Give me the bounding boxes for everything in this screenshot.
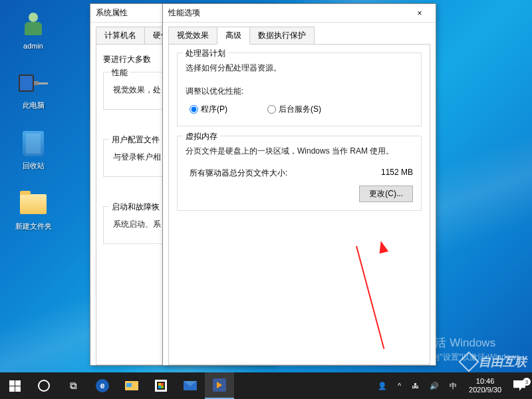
desktop-icon-label: admin	[23, 42, 43, 50]
window-title: 系统属性	[96, 7, 128, 19]
group-title: 虚拟内存	[183, 131, 220, 142]
tab-visual-effects[interactable]: 视觉效果	[168, 27, 217, 44]
tray-notifications[interactable]: 3	[511, 380, 528, 391]
cortana-button[interactable]	[29, 372, 59, 399]
change-button[interactable]: 更改(C)...	[359, 186, 413, 202]
clock-time: 10:46	[469, 377, 501, 386]
group-processor-scheduling: 处理器计划 选择如何分配处理器资源。 调整以优化性能: 程序(P) 后台服务(S…	[177, 53, 422, 126]
mail-icon	[184, 381, 197, 390]
user-icon	[19, 10, 48, 39]
desktop-icon-label: 新建文件夹	[15, 221, 52, 231]
radio-label: 程序(P)	[201, 104, 227, 115]
desktop-icon-label: 回收站	[23, 161, 45, 171]
media-player-icon	[213, 378, 226, 392]
desktop-icon-label: 此电脑	[23, 100, 45, 110]
tray-overflow[interactable]: ^	[395, 382, 404, 390]
taskbar-app-store[interactable]	[146, 372, 176, 399]
desktop-icon-recycle-bin[interactable]: 回收站	[7, 129, 60, 171]
desktop-icon-admin[interactable]: admin	[7, 10, 60, 50]
file-explorer-icon	[125, 381, 138, 390]
activate-line1: 激活 Windows	[424, 335, 520, 350]
window-title: 性能选项	[168, 7, 200, 19]
folder-icon	[19, 190, 48, 219]
group-title: 用户配置文件	[109, 134, 162, 146]
edge-icon: e	[96, 379, 109, 392]
cortana-icon	[38, 380, 50, 392]
window-performance-options[interactable]: 性能选项 × 视觉效果 高级 数据执行保护 处理器计划 选择如何分配处理器资源。…	[162, 3, 436, 366]
titlebar[interactable]: 性能选项 ×	[163, 4, 436, 23]
tab-computer-name[interactable]: 计算机名	[96, 27, 145, 44]
tab-dep[interactable]: 数据执行保护	[249, 27, 315, 44]
network-icon: 🖧	[412, 382, 419, 390]
vm-total-label: 所有驱动器总分页文件大小:	[190, 168, 287, 179]
tray-clock[interactable]: 10:46 2020/9/30	[465, 377, 505, 394]
tray-volume[interactable]: 🔊	[427, 382, 442, 390]
ime-indicator: 中	[450, 381, 457, 391]
speaker-icon: 🔊	[430, 382, 439, 390]
tab-advanced[interactable]: 高级	[217, 27, 250, 45]
tray-ime[interactable]: 中	[447, 381, 460, 391]
optimize-label: 调整以优化性能:	[186, 86, 413, 97]
watermark-icon	[458, 351, 479, 372]
chevron-up-icon: ^	[398, 382, 401, 390]
desktop-icon-this-pc[interactable]: 此电脑	[7, 68, 60, 110]
radio-background[interactable]: 后台服务(S)	[267, 104, 321, 115]
clock-date: 2020/9/30	[469, 386, 501, 394]
recycle-bin-icon	[19, 129, 48, 158]
people-icon: 👤	[378, 382, 387, 390]
group-title: 性能	[109, 67, 130, 78]
task-view-button[interactable]: ⧉	[59, 372, 88, 399]
vm-total-value: 1152 MB	[381, 168, 413, 179]
taskbar-app-edge[interactable]: e	[88, 372, 117, 399]
notification-badge: 3	[523, 378, 531, 386]
group-title: 启动和故障恢	[109, 201, 162, 213]
watermark-text: 自由互联	[479, 354, 527, 370]
site-watermark: 自由互联	[462, 354, 527, 370]
taskbar-app-explorer[interactable]	[117, 372, 146, 399]
taskbar[interactable]: ⧉ e 👤 ^ 🖧 🔊 中 10:46 2020/9/30 3	[0, 372, 532, 399]
radio-programs-input[interactable]	[190, 105, 198, 114]
group-virtual-memory: 虚拟内存 分页文件是硬盘上的一块区域，Windows 当作 RAM 使用。 所有…	[177, 136, 422, 211]
tab-content: 处理器计划 选择如何分配处理器资源。 调整以优化性能: 程序(P) 后台服务(S…	[168, 44, 430, 365]
close-button[interactable]: ×	[409, 7, 430, 20]
desktop-icon-new-folder[interactable]: 新建文件夹	[7, 190, 60, 231]
tab-row: 视觉效果 高级 数据执行保护	[163, 23, 436, 44]
radio-label: 后台服务(S)	[279, 104, 321, 115]
computer-icon	[19, 68, 48, 98]
radio-background-input[interactable]	[267, 105, 276, 114]
radio-programs[interactable]: 程序(P)	[190, 104, 227, 115]
vm-desc: 分页文件是硬盘上的一块区域，Windows 当作 RAM 使用。	[186, 146, 413, 157]
processor-desc: 选择如何分配处理器资源。	[186, 63, 413, 74]
desktop-icons: admin 此电脑 回收站 新建文件夹	[7, 10, 60, 250]
taskbar-app-media[interactable]	[205, 372, 234, 399]
tray-people[interactable]: 👤	[375, 382, 390, 390]
start-button[interactable]	[0, 372, 29, 399]
group-title: 处理器计划	[183, 48, 228, 59]
taskbar-app-mail[interactable]	[176, 372, 205, 399]
windows-logo-icon	[9, 380, 21, 392]
store-icon	[155, 380, 167, 392]
task-view-icon: ⧉	[66, 378, 80, 393]
tray-network[interactable]: 🖧	[409, 382, 422, 390]
